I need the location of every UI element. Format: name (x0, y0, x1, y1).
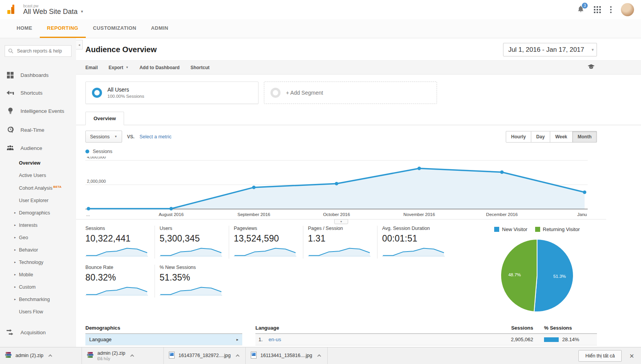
chevron-down-icon: ▼ (126, 66, 129, 69)
granularity-week[interactable]: Week (550, 131, 573, 143)
sidebar-item-intelligence-events[interactable]: Intelligence Events (0, 102, 76, 121)
metric-label: Pageviews (234, 226, 300, 231)
more-options-icon[interactable] (610, 6, 612, 13)
search-input[interactable] (16, 48, 68, 54)
nav-tab-reporting[interactable]: REPORTING (40, 19, 86, 38)
sidebar-item-users-flow[interactable]: Users Flow (0, 306, 76, 318)
analytics-logo-icon[interactable] (7, 4, 19, 15)
action-add-to-dashboard[interactable]: Add to Dashboard (139, 65, 180, 70)
show-all-downloads-button[interactable]: Hiển thị tất cả (578, 350, 622, 362)
close-downloads-icon[interactable]: × (629, 352, 634, 360)
action-shortcut[interactable]: Shortcut (190, 65, 209, 70)
metric-card-avg-session-duration[interactable]: Avg. Session Duration00:01:51 (382, 226, 452, 259)
demographics-row-country[interactable]: Country (85, 345, 242, 347)
sidebar-item-audience[interactable]: Audience (0, 139, 76, 157)
sidebar-item-demographics[interactable]: ▸Demographics (0, 207, 76, 219)
metric-card-bounce-rate[interactable]: Bounce Rate80.32% (85, 265, 155, 298)
action-email[interactable]: Email (85, 65, 98, 70)
sidebar-item-active-users[interactable]: Active Users (0, 169, 76, 182)
explorer-controls: Sessions ▼ VS. Select a metric HourlyDay… (76, 125, 606, 143)
download-item-4[interactable]: 16113441_135816....jpg (246, 347, 328, 364)
download-filename: 16143776_182972....jpg (179, 353, 231, 358)
sidebar-item-shortcuts[interactable]: Shortcuts (0, 84, 76, 102)
sessions-col-header: Sessions (493, 325, 533, 331)
sidebar-item-interests[interactable]: ▸Interests (0, 219, 76, 231)
visitor-pie-chart[interactable]: 51.3%48.7% (499, 238, 575, 313)
granularity-hourly[interactable]: Hourly (506, 131, 531, 143)
metric-value: 10,322,441 (85, 233, 151, 244)
report-tabs: Overview (76, 112, 641, 125)
sidebar-item-custom[interactable]: ▸Custom (0, 281, 76, 293)
metric-label: Pages / Session (308, 226, 374, 231)
chart-expander-button[interactable]: ▼ (334, 219, 348, 224)
segment-ring-icon (270, 88, 281, 98)
download-text: 16113441_135816....jpg (260, 353, 312, 358)
report-search[interactable] (5, 45, 71, 57)
metric-select[interactable]: Sessions ▼ (85, 131, 122, 143)
legend-label: Returning Visitor (543, 226, 580, 232)
svg-text:2,000,000: 2,000,000 (87, 179, 106, 184)
audience-icon (7, 145, 14, 151)
sidebar-item-user-explorer[interactable]: User Explorer (0, 194, 76, 207)
metric-card-users[interactable]: Users5,300,345 (160, 226, 229, 259)
pct-sessions-col-header: % Sessions (533, 325, 597, 331)
sidebar-item-overview[interactable]: Overview (0, 157, 76, 169)
metric-card-sessions[interactable]: Sessions10,322,441 (85, 226, 155, 259)
segments-section: All Users 100.00% Sessions + Add Segment (76, 75, 641, 104)
demographics-row-language[interactable]: Language▸ (85, 334, 242, 345)
notifications-button[interactable]: 3 (577, 5, 585, 14)
metric-card-pageviews[interactable]: Pageviews13,524,590 (234, 226, 303, 259)
sidebar-item-dashboards[interactable]: Dashboards (0, 66, 76, 84)
notification-badge: 3 (581, 2, 588, 9)
expand-triangle-icon: ▸ (14, 285, 16, 289)
download-item-3[interactable]: 16143776_182972....jpg (164, 347, 246, 364)
metric-value: 00:01:51 (382, 233, 449, 244)
chevron-up-icon[interactable] (48, 354, 52, 358)
pie-legend: New VisitorReturning Visitor (477, 226, 597, 232)
metric-card--new-sessions[interactable]: % New Sessions51.35% (160, 265, 229, 298)
date-range-selector[interactable]: Jul 1, 2016 - Jan 17, 2017 ▼ (503, 43, 597, 56)
sidebar-item-technology[interactable]: ▸Technology (0, 256, 76, 269)
nav-tab-admin[interactable]: ADMIN (144, 19, 176, 38)
svg-text:4,000,000: 4,000,000 (87, 156, 106, 159)
chevron-down-icon: ▼ (589, 43, 597, 56)
education-cap-icon[interactable] (588, 64, 595, 71)
select-metric-link[interactable]: Select a metric (139, 134, 172, 139)
downloads-bar-right: Hiển thị tất cả × (571, 347, 641, 364)
sidebar-item-geo[interactable]: ▸Geo (0, 231, 76, 244)
line-chart[interactable]: 2,000,0004,000,000...August 2016Septembe… (85, 156, 588, 218)
segment-all-users[interactable]: All Users 100.00% Sessions (85, 82, 258, 104)
download-item-2[interactable]: admin (2).zipĐã hủy (82, 347, 164, 364)
apps-grid-icon[interactable] (594, 6, 601, 13)
sidebar: DashboardsShortcutsIntelligence EventsRe… (0, 38, 76, 347)
sidebar-collapse-button[interactable]: ◂ (76, 40, 83, 49)
granularity-month[interactable]: Month (573, 131, 597, 143)
sidebar-item-behavior[interactable]: ▸Behavior (0, 244, 76, 256)
tab-overview[interactable]: Overview (85, 112, 124, 125)
property-selector[interactable]: All Web Site Data ▼ (23, 8, 84, 16)
metric-sparkline (85, 245, 148, 257)
sidebar-item-cohort-analysis[interactable]: Cohort AnalysisBETA (0, 182, 76, 194)
date-range-text: Jul 1, 2016 - Jan 17, 2017 (503, 46, 589, 54)
svg-text:September 2016: September 2016 (237, 212, 270, 217)
language-row-es: 2.es947,3909.18% (255, 345, 597, 347)
chevron-up-icon[interactable] (130, 354, 134, 358)
download-item-1[interactable]: admin (2).zip (0, 347, 82, 364)
sidebar-item-real-time[interactable]: Real-Time (0, 121, 76, 139)
language-link[interactable]: en-us (269, 337, 493, 342)
nav-tab-home[interactable]: HOME (9, 19, 40, 38)
metric-card-pages-session[interactable]: Pages / Session1.31 (308, 226, 377, 259)
sidebar-item-mobile[interactable]: ▸Mobile (0, 269, 76, 281)
action-export[interactable]: Export▼ (109, 65, 129, 70)
granularity-day[interactable]: Day (531, 131, 550, 143)
chevron-up-icon[interactable] (317, 354, 321, 358)
user-avatar[interactable] (621, 3, 634, 16)
nav-tab-customization[interactable]: CUSTOMIZATION (86, 19, 144, 38)
svg-text:...: ... (86, 212, 90, 217)
sidebar-item-acquisition[interactable]: Acquisition (0, 323, 76, 341)
sidebar-item-benchmarking[interactable]: ▸Benchmarking (0, 293, 76, 306)
add-segment-button[interactable]: + Add Segment (264, 82, 437, 104)
sidebar-item-label: Acquisition (20, 330, 46, 335)
chevron-up-icon[interactable] (236, 354, 240, 358)
svg-text:October 2016: October 2016 (323, 212, 350, 217)
